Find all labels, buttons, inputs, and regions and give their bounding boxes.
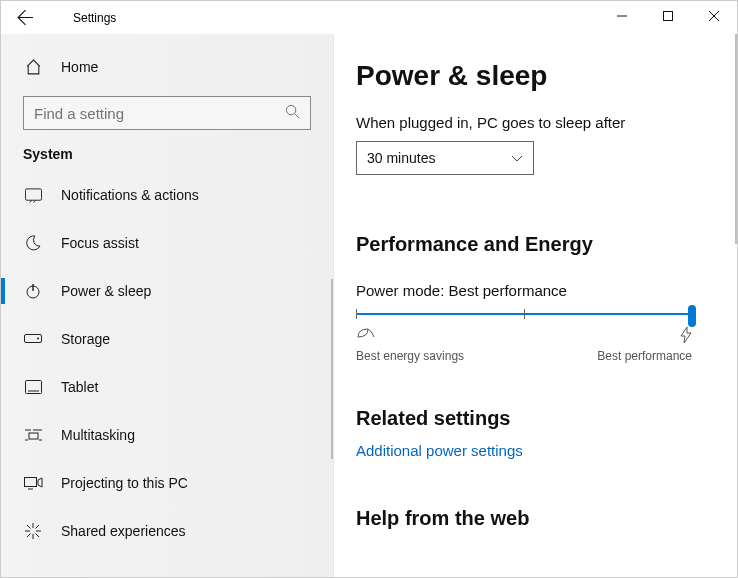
sleep-setting-label: When plugged in, PC goes to sleep after xyxy=(356,114,715,131)
storage-icon xyxy=(23,334,43,344)
power-mode-slider[interactable] xyxy=(356,313,692,315)
sidebar-item-label: Storage xyxy=(61,331,110,347)
slider-thumb[interactable] xyxy=(688,305,696,327)
svg-line-24 xyxy=(27,534,31,538)
svg-line-25 xyxy=(36,534,40,538)
app-title: Settings xyxy=(73,11,116,25)
sidebar-item-notifications[interactable]: Notifications & actions xyxy=(1,174,333,216)
related-heading: Related settings xyxy=(356,407,715,430)
additional-power-settings-link[interactable]: Additional power settings xyxy=(356,442,715,459)
sidebar: Home System Notifications & actions Focu… xyxy=(1,34,334,577)
leaf-icon xyxy=(356,327,376,345)
slider-left-label: Best energy savings xyxy=(356,349,464,363)
moon-icon xyxy=(23,235,43,251)
svg-rect-4 xyxy=(25,188,41,199)
svg-rect-13 xyxy=(29,433,38,439)
sleep-dropdown[interactable]: 30 minutes xyxy=(356,141,534,175)
projecting-icon xyxy=(23,477,43,490)
sidebar-item-focus-assist[interactable]: Focus assist xyxy=(1,222,333,264)
power-icon xyxy=(23,283,43,299)
sidebar-item-label: Multitasking xyxy=(61,427,135,443)
svg-rect-16 xyxy=(24,477,36,486)
search-icon xyxy=(285,104,300,123)
multitasking-icon xyxy=(23,428,43,442)
sidebar-scrollbar[interactable] xyxy=(331,279,333,459)
sidebar-item-power-sleep[interactable]: Power & sleep xyxy=(1,270,333,312)
sleep-dropdown-value: 30 minutes xyxy=(367,150,435,166)
svg-line-23 xyxy=(36,525,40,529)
sidebar-item-tablet[interactable]: Tablet xyxy=(1,366,333,408)
sidebar-item-label: Projecting to this PC xyxy=(61,475,188,491)
sidebar-item-storage[interactable]: Storage xyxy=(1,318,333,360)
svg-point-2 xyxy=(286,105,295,114)
sidebar-item-shared-experiences[interactable]: Shared experiences xyxy=(1,510,333,552)
main-content: Power & sleep When plugged in, PC goes t… xyxy=(334,34,737,577)
svg-line-3 xyxy=(295,113,299,117)
search-input[interactable] xyxy=(34,105,285,122)
sidebar-home-label: Home xyxy=(61,59,98,75)
svg-rect-9 xyxy=(25,381,41,394)
svg-rect-1 xyxy=(664,12,673,21)
sidebar-item-label: Shared experiences xyxy=(61,523,186,539)
search-box[interactable] xyxy=(23,96,311,130)
help-heading: Help from the web xyxy=(356,507,715,530)
sidebar-item-projecting[interactable]: Projecting to this PC xyxy=(1,462,333,504)
main-scrollbar[interactable] xyxy=(735,34,737,244)
svg-line-22 xyxy=(27,525,31,529)
sidebar-item-label: Tablet xyxy=(61,379,98,395)
sidebar-item-label: Focus assist xyxy=(61,235,139,251)
home-icon xyxy=(23,59,43,76)
slider-right-label: Best performance xyxy=(597,349,692,363)
performance-heading: Performance and Energy xyxy=(356,233,715,256)
sidebar-item-multitasking[interactable]: Multitasking xyxy=(1,414,333,456)
close-button[interactable] xyxy=(691,1,737,31)
sidebar-item-label: Notifications & actions xyxy=(61,187,199,203)
maximize-button[interactable] xyxy=(645,1,691,31)
titlebar: Settings xyxy=(1,1,737,34)
back-button[interactable] xyxy=(9,2,41,34)
notifications-icon xyxy=(23,188,43,203)
lightning-icon xyxy=(680,327,692,345)
sidebar-item-label: Power & sleep xyxy=(61,283,151,299)
power-mode-line: Power mode: Best performance xyxy=(356,282,715,299)
sidebar-home[interactable]: Home xyxy=(1,46,333,88)
chevron-down-icon xyxy=(511,150,523,166)
minimize-button[interactable] xyxy=(599,1,645,31)
svg-point-8 xyxy=(37,338,39,340)
sidebar-category: System xyxy=(1,144,333,174)
tablet-icon xyxy=(23,380,43,394)
page-title: Power & sleep xyxy=(356,60,715,92)
shared-icon xyxy=(23,523,43,539)
